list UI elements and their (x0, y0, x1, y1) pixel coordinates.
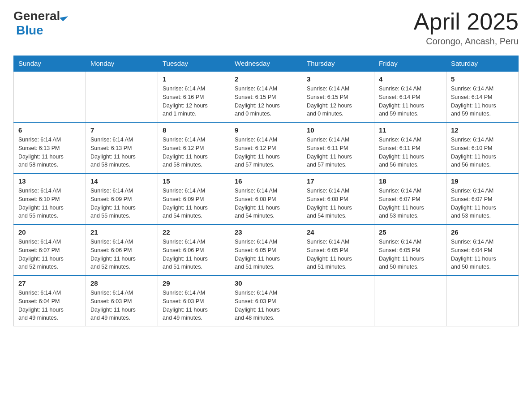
logo-triangle-icon (60, 13, 68, 21)
calendar-week-row: 27Sunrise: 6:14 AM Sunset: 6:04 PM Dayli… (14, 275, 519, 326)
calendar-cell (86, 71, 158, 122)
day-number: 2 (235, 75, 297, 83)
calendar-cell: 22Sunrise: 6:14 AM Sunset: 6:06 PM Dayli… (158, 224, 230, 275)
day-info: Sunrise: 6:14 AM Sunset: 6:07 PM Dayligh… (379, 187, 442, 220)
day-number: 28 (90, 279, 153, 287)
day-info: Sunrise: 6:14 AM Sunset: 6:05 PM Dayligh… (379, 238, 442, 271)
day-number: 30 (235, 279, 297, 287)
day-info: Sunrise: 6:14 AM Sunset: 6:03 PM Dayligh… (235, 289, 297, 322)
day-info: Sunrise: 6:14 AM Sunset: 6:10 PM Dayligh… (18, 187, 81, 220)
day-number: 7 (90, 126, 153, 134)
weekday-header-saturday: Saturday (446, 56, 519, 72)
logo-general-text: General (13, 9, 60, 23)
weekday-header-thursday: Thursday (302, 56, 374, 72)
calendar-week-row: 13Sunrise: 6:14 AM Sunset: 6:10 PM Dayli… (14, 173, 519, 224)
day-number: 16 (235, 177, 297, 185)
weekday-header-row: SundayMondayTuesdayWednesdayThursdayFrid… (14, 56, 519, 72)
day-number: 5 (451, 75, 514, 83)
calendar-cell: 23Sunrise: 6:14 AM Sunset: 6:05 PM Dayli… (230, 224, 302, 275)
day-info: Sunrise: 6:14 AM Sunset: 6:03 PM Dayligh… (90, 289, 153, 322)
calendar-cell: 28Sunrise: 6:14 AM Sunset: 6:03 PM Dayli… (86, 275, 158, 326)
calendar-cell: 26Sunrise: 6:14 AM Sunset: 6:04 PM Dayli… (446, 224, 519, 275)
day-info: Sunrise: 6:14 AM Sunset: 6:10 PM Dayligh… (451, 136, 514, 169)
calendar-cell: 27Sunrise: 6:14 AM Sunset: 6:04 PM Dayli… (14, 275, 86, 326)
day-info: Sunrise: 6:14 AM Sunset: 6:15 PM Dayligh… (235, 85, 297, 118)
calendar-cell: 24Sunrise: 6:14 AM Sunset: 6:05 PM Dayli… (302, 224, 374, 275)
day-info: Sunrise: 6:14 AM Sunset: 6:07 PM Dayligh… (18, 238, 81, 271)
day-number: 3 (307, 75, 369, 83)
calendar-cell: 29Sunrise: 6:14 AM Sunset: 6:03 PM Dayli… (158, 275, 230, 326)
page-header: General Blue April 2025 Corongo, Ancash,… (13, 9, 519, 47)
calendar-cell: 21Sunrise: 6:14 AM Sunset: 6:06 PM Dayli… (86, 224, 158, 275)
calendar-cell: 20Sunrise: 6:14 AM Sunset: 6:07 PM Dayli… (14, 224, 86, 275)
calendar-cell: 7Sunrise: 6:14 AM Sunset: 6:13 PM Daylig… (86, 122, 158, 173)
day-info: Sunrise: 6:14 AM Sunset: 6:15 PM Dayligh… (307, 85, 369, 118)
day-number: 12 (451, 126, 514, 134)
day-number: 25 (379, 228, 442, 236)
logo-blue-text: Blue (16, 23, 43, 38)
calendar-table: SundayMondayTuesdayWednesdayThursdayFrid… (13, 56, 519, 326)
calendar-cell: 12Sunrise: 6:14 AM Sunset: 6:10 PM Dayli… (446, 122, 519, 173)
calendar-cell: 2Sunrise: 6:14 AM Sunset: 6:15 PM Daylig… (230, 71, 302, 122)
calendar-cell: 18Sunrise: 6:14 AM Sunset: 6:07 PM Dayli… (374, 173, 446, 224)
day-number: 27 (18, 279, 81, 287)
day-info: Sunrise: 6:14 AM Sunset: 6:04 PM Dayligh… (451, 238, 514, 271)
day-info: Sunrise: 6:14 AM Sunset: 6:05 PM Dayligh… (307, 238, 369, 271)
calendar-cell: 16Sunrise: 6:14 AM Sunset: 6:08 PM Dayli… (230, 173, 302, 224)
calendar-cell: 4Sunrise: 6:14 AM Sunset: 6:14 PM Daylig… (374, 71, 446, 122)
day-number: 26 (451, 228, 514, 236)
calendar-cell (446, 275, 519, 326)
day-number: 9 (235, 126, 297, 134)
day-info: Sunrise: 6:14 AM Sunset: 6:11 PM Dayligh… (379, 136, 442, 169)
calendar-cell (14, 71, 86, 122)
calendar-cell: 19Sunrise: 6:14 AM Sunset: 6:07 PM Dayli… (446, 173, 519, 224)
day-info: Sunrise: 6:14 AM Sunset: 6:04 PM Dayligh… (18, 289, 81, 322)
day-info: Sunrise: 6:14 AM Sunset: 6:14 PM Dayligh… (451, 85, 514, 118)
day-number: 18 (379, 177, 442, 185)
calendar-cell: 30Sunrise: 6:14 AM Sunset: 6:03 PM Dayli… (230, 275, 302, 326)
calendar-cell: 8Sunrise: 6:14 AM Sunset: 6:12 PM Daylig… (158, 122, 230, 173)
day-info: Sunrise: 6:14 AM Sunset: 6:05 PM Dayligh… (235, 238, 297, 271)
day-number: 11 (379, 126, 442, 134)
calendar-week-row: 6Sunrise: 6:14 AM Sunset: 6:13 PM Daylig… (14, 122, 519, 173)
day-number: 23 (235, 228, 297, 236)
day-info: Sunrise: 6:14 AM Sunset: 6:13 PM Dayligh… (90, 136, 153, 169)
day-info: Sunrise: 6:14 AM Sunset: 6:09 PM Dayligh… (90, 187, 153, 220)
day-number: 15 (163, 177, 225, 185)
day-number: 29 (163, 279, 225, 287)
day-info: Sunrise: 6:14 AM Sunset: 6:06 PM Dayligh… (163, 238, 225, 271)
calendar-cell: 10Sunrise: 6:14 AM Sunset: 6:11 PM Dayli… (302, 122, 374, 173)
calendar-cell: 1Sunrise: 6:14 AM Sunset: 6:16 PM Daylig… (158, 71, 230, 122)
day-info: Sunrise: 6:14 AM Sunset: 6:03 PM Dayligh… (163, 289, 225, 322)
day-info: Sunrise: 6:14 AM Sunset: 6:13 PM Dayligh… (18, 136, 81, 169)
calendar-week-row: 1Sunrise: 6:14 AM Sunset: 6:16 PM Daylig… (14, 71, 519, 122)
calendar-cell (302, 275, 374, 326)
calendar-cell: 9Sunrise: 6:14 AM Sunset: 6:12 PM Daylig… (230, 122, 302, 173)
location-subtitle: Corongo, Ancash, Peru (414, 36, 519, 47)
weekday-header-tuesday: Tuesday (158, 56, 230, 72)
day-number: 1 (163, 75, 225, 83)
day-number: 10 (307, 126, 369, 134)
day-info: Sunrise: 6:14 AM Sunset: 6:06 PM Dayligh… (90, 238, 153, 271)
day-number: 19 (451, 177, 514, 185)
calendar-cell: 14Sunrise: 6:14 AM Sunset: 6:09 PM Dayli… (86, 173, 158, 224)
day-number: 13 (18, 177, 81, 185)
calendar-cell (374, 275, 446, 326)
weekday-header-friday: Friday (374, 56, 446, 72)
calendar-cell: 25Sunrise: 6:14 AM Sunset: 6:05 PM Dayli… (374, 224, 446, 275)
day-number: 8 (163, 126, 225, 134)
day-number: 6 (18, 126, 81, 134)
calendar-cell: 6Sunrise: 6:14 AM Sunset: 6:13 PM Daylig… (14, 122, 86, 173)
title-block: April 2025 Corongo, Ancash, Peru (414, 9, 519, 47)
calendar-cell: 13Sunrise: 6:14 AM Sunset: 6:10 PM Dayli… (14, 173, 86, 224)
day-number: 21 (90, 228, 153, 236)
calendar-cell: 5Sunrise: 6:14 AM Sunset: 6:14 PM Daylig… (446, 71, 519, 122)
calendar-week-row: 20Sunrise: 6:14 AM Sunset: 6:07 PM Dayli… (14, 224, 519, 275)
day-number: 20 (18, 228, 81, 236)
logo: General Blue (13, 9, 66, 38)
day-info: Sunrise: 6:14 AM Sunset: 6:09 PM Dayligh… (163, 187, 225, 220)
weekday-header-monday: Monday (86, 56, 158, 72)
day-info: Sunrise: 6:14 AM Sunset: 6:08 PM Dayligh… (235, 187, 297, 220)
calendar-cell: 11Sunrise: 6:14 AM Sunset: 6:11 PM Dayli… (374, 122, 446, 173)
day-number: 24 (307, 228, 369, 236)
